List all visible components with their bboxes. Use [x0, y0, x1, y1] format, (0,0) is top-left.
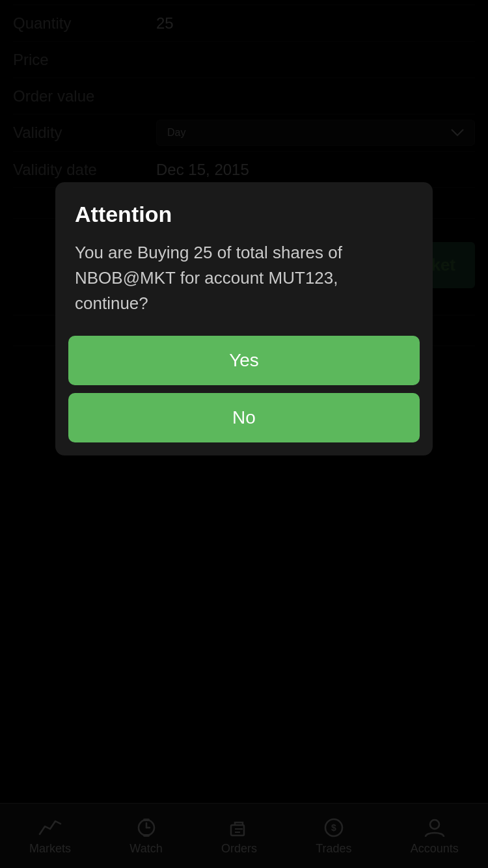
modal-buttons: Yes No — [55, 336, 433, 455]
no-button[interactable]: No — [68, 393, 420, 442]
modal-message: You are Buying 25 of total shares of NBO… — [55, 234, 433, 336]
yes-button[interactable]: Yes — [68, 336, 420, 385]
modal-title: Attention — [55, 182, 433, 234]
attention-modal: Attention You are Buying 25 of total sha… — [55, 182, 433, 455]
modal-overlay: Attention You are Buying 25 of total sha… — [0, 0, 488, 868]
